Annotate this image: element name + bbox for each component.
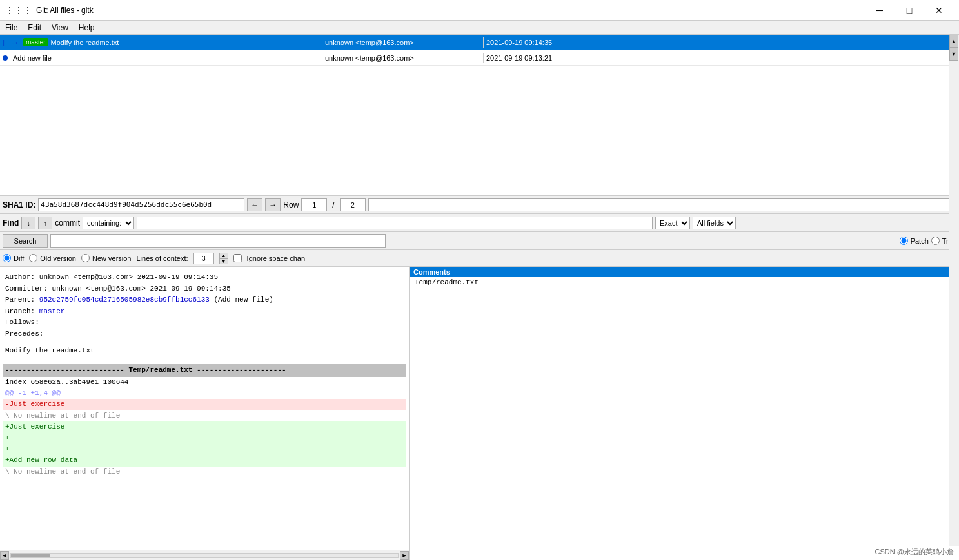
- menu-view[interactable]: View: [46, 22, 74, 34]
- row-total-input[interactable]: [340, 198, 366, 211]
- right-scrollbar[interactable]: ▲ ▼: [949, 267, 959, 546]
- row-label: Row: [283, 200, 299, 209]
- commit-rows: ⊢→ master Modify the readme.txt unknown …: [0, 35, 949, 182]
- search-text-input[interactable]: [50, 234, 386, 248]
- patch-label: Patch: [911, 237, 929, 245]
- parent-hash-link[interactable]: 952c2759fc054cd2716505982e8cb9ffb1cc6133: [39, 296, 210, 304]
- diff-no-newline-2: \ No newline at end of file: [3, 467, 406, 478]
- new-version-label: New version: [92, 255, 132, 262]
- commit-row[interactable]: ⊢→ master Modify the readme.txt unknown …: [0, 35, 949, 50]
- diff-hunk-header: @@ -1 +1,4 @@: [3, 388, 406, 399]
- context-input[interactable]: [193, 253, 214, 264]
- follows-line: Follows:: [5, 317, 404, 329]
- watermark: CSDN @永远的菜鸡小詹: [873, 546, 956, 557]
- commit-author: unknown <temp@163.com>: [322, 37, 484, 48]
- old-version-label: Old version: [40, 255, 76, 262]
- hscroll-thumb: [11, 554, 50, 557]
- find-label: Find: [3, 218, 19, 227]
- ignore-space-label: Ignore space chan: [247, 255, 306, 262]
- tree-radio[interactable]: [931, 237, 940, 245]
- find-text-input[interactable]: [137, 217, 653, 229]
- search-bar: Search Patch Tree: [0, 232, 959, 250]
- search-button[interactable]: Search: [3, 234, 48, 248]
- patch-radio-group: Patch Tree: [900, 237, 956, 245]
- commit-description: Modify the readme.txt: [51, 39, 119, 46]
- diff-radio-group: Diff: [3, 254, 24, 262]
- row-input[interactable]: [301, 198, 327, 211]
- commit-date: 2021-09-19 09:14:35: [484, 37, 613, 48]
- menu-help[interactable]: Help: [74, 22, 100, 34]
- spinner-up[interactable]: ▲: [219, 253, 228, 258]
- file-comments-area: Comments Temp/readme.txt: [410, 267, 959, 560]
- diff-index-line: index 658e62a..3ab49e1 100644: [3, 377, 406, 388]
- diff-mode-bar: Diff Old version New version Lines of co…: [0, 250, 959, 267]
- commit-area: ⊢→ master Modify the readme.txt unknown …: [0, 35, 959, 196]
- sha1-label: SHA1 ID:: [3, 200, 35, 209]
- commit-message: Modify the readme.txt: [5, 345, 404, 357]
- diff-radio[interactable]: [3, 254, 11, 262]
- sha1-bar: SHA1 ID: ← → Row /: [0, 196, 959, 214]
- committer-line: Committer: unknown <temp@163.com> 2021-0…: [5, 284, 404, 295]
- find-bar: Find ↓ ↑ commit containing: Exact All fi…: [0, 214, 959, 232]
- patch-tree-bar: Patch Tree: [900, 234, 956, 248]
- diff-content[interactable]: Author: unknown <temp@163.com> 2021-09-1…: [0, 267, 409, 550]
- new-version-radio-group: New version: [81, 254, 132, 262]
- diff-added-line-1: +Just exercise: [3, 421, 406, 432]
- menu-edit[interactable]: Edit: [23, 22, 46, 34]
- branch-tag: master: [23, 38, 48, 46]
- patch-radio[interactable]: [900, 237, 908, 245]
- progress-bar: [368, 198, 956, 211]
- main-container: ⊢→ master Modify the readme.txt unknown …: [0, 35, 959, 560]
- branch-link[interactable]: master: [39, 307, 65, 315]
- commit-graph-icon: ⊢→: [3, 37, 19, 48]
- sha1-next-btn[interactable]: →: [265, 198, 281, 211]
- hscroll-right-btn[interactable]: ►: [400, 551, 409, 560]
- diff-added-empty-2: +: [3, 444, 406, 455]
- close-button[interactable]: ✕: [924, 0, 954, 21]
- commit-author: unknown <temp@163.com>: [322, 53, 484, 63]
- find-up-btn[interactable]: ↑: [38, 217, 52, 229]
- row-separator: /: [332, 200, 334, 209]
- diff-pane: Author: unknown <temp@163.com> 2021-09-1…: [0, 267, 410, 560]
- diff-no-newline-1: \ No newline at end of file: [3, 410, 406, 421]
- branch-line: Branch: master: [5, 306, 404, 318]
- hscroll-track[interactable]: [10, 553, 399, 558]
- spinner-down[interactable]: ▼: [219, 258, 228, 264]
- diff-label: Diff: [14, 255, 24, 262]
- old-version-radio[interactable]: [29, 254, 37, 262]
- comments-header[interactable]: Comments: [410, 267, 959, 277]
- bottom-area: Author: unknown <temp@163.com> 2021-09-1…: [0, 267, 959, 560]
- commit-date: 2021-09-19 09:13:21: [484, 53, 613, 63]
- commit-list: ⊢→ master Modify the readme.txt unknown …: [0, 35, 949, 195]
- menu-file[interactable]: File: [0, 22, 23, 34]
- diff-hscroll[interactable]: ◄ ►: [0, 550, 409, 560]
- sha1-input[interactable]: [38, 198, 244, 211]
- app-icon: ⋮⋮⋮: [5, 5, 32, 15]
- commit-type-select[interactable]: containing:: [83, 217, 134, 229]
- fields-select[interactable]: All fields: [693, 217, 736, 229]
- author-line: Author: unknown <temp@163.com> 2021-09-1…: [5, 272, 404, 284]
- find-down-btn[interactable]: ↓: [21, 217, 35, 229]
- diff-file-header: ---------------------------- Temp/readme…: [3, 364, 406, 376]
- lines-of-context-label: Lines of context:: [136, 255, 188, 262]
- ignore-space-checkbox[interactable]: [233, 254, 242, 262]
- exact-select[interactable]: Exact: [655, 217, 690, 229]
- commit-description: Add new file: [13, 54, 52, 62]
- precedes-line: Precedes:: [5, 329, 404, 340]
- right-pane: Comments Temp/readme.txt ▲ ▼: [410, 267, 959, 560]
- hscroll-left-btn[interactable]: ◄: [0, 551, 9, 560]
- commit-info: Author: unknown <temp@163.com> 2021-09-1…: [3, 269, 406, 359]
- file-item[interactable]: Temp/readme.txt: [410, 277, 959, 287]
- context-spinner[interactable]: ▲ ▼: [219, 253, 228, 264]
- minimize-button[interactable]: ─: [865, 0, 895, 21]
- diff-added-empty-1: +: [3, 433, 406, 444]
- window-title: Git: All files - gitk: [36, 6, 865, 15]
- sha1-prev-btn[interactable]: ←: [247, 198, 262, 211]
- commit-type-label: commit: [55, 218, 80, 227]
- old-version-radio-group: Old version: [29, 254, 76, 262]
- diff-removed-line: -Just exercise: [3, 399, 406, 410]
- diff-added-line-2: +Add new row data: [3, 455, 406, 466]
- maximize-button[interactable]: □: [895, 0, 924, 21]
- new-version-radio[interactable]: [81, 254, 90, 262]
- commit-row[interactable]: Add new file unknown <temp@163.com> 2021…: [0, 50, 949, 66]
